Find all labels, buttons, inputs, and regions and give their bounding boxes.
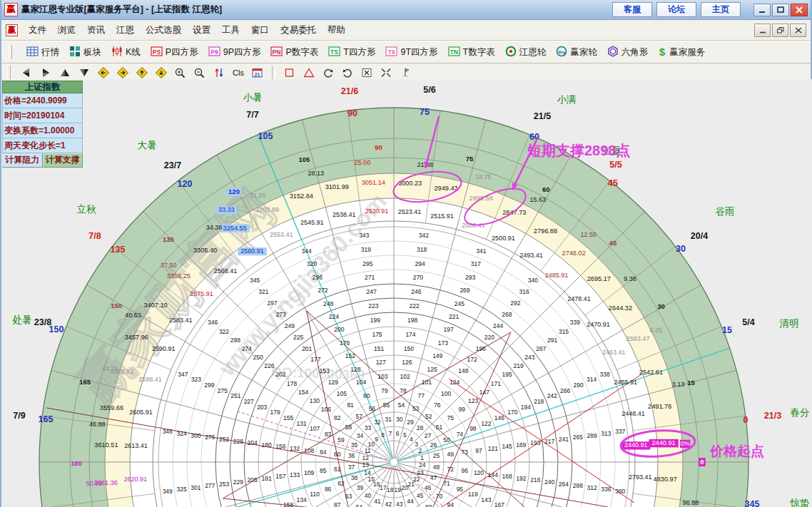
- toolbar-button-9[interactable]: 江恩轮: [505, 46, 547, 59]
- tri-down-icon[interactable]: [76, 66, 92, 80]
- svg-text:250: 250: [253, 354, 263, 361]
- toolbar-button-3[interactable]: PSP四方形: [151, 46, 198, 59]
- collapse-icon[interactable]: [378, 66, 394, 80]
- chart-area[interactable]: 赢家财富网www.yingjia360.comQQ:10080036012345…: [1, 79, 812, 507]
- svg-text:34: 34: [357, 432, 364, 439]
- svg-text:204: 204: [248, 439, 258, 446]
- svg-text:小满: 小满: [557, 94, 577, 105]
- svg-text:133: 133: [290, 471, 300, 478]
- menu-item-2[interactable]: 资讯: [81, 22, 111, 39]
- zoom-in-icon[interactable]: [173, 66, 188, 80]
- menu-item-3[interactable]: 江恩: [111, 22, 140, 39]
- svg-text:37.50: 37.50: [161, 262, 177, 269]
- svg-text:274: 274: [242, 345, 252, 352]
- 六角形-icon: [607, 46, 619, 59]
- toolbar-button-label: P数字表: [285, 46, 318, 58]
- toolbar-button-5[interactable]: PNP数字表: [270, 46, 318, 59]
- svg-text:267: 267: [536, 345, 546, 352]
- calendar-icon[interactable]: 21: [250, 66, 265, 80]
- svg-text:98: 98: [470, 425, 477, 432]
- svg-text:299: 299: [204, 381, 214, 389]
- calc-resistance-button[interactable]: 计算阻力: [2, 153, 43, 168]
- menu-item-4[interactable]: 公式选股: [140, 22, 187, 39]
- svg-text:60: 60: [542, 185, 550, 193]
- toolbar-button-4[interactable]: P99P四方形: [208, 46, 261, 59]
- svg-text:23/8: 23/8: [34, 317, 51, 327]
- svg-text:266: 266: [560, 387, 570, 394]
- svg-text:30: 30: [657, 302, 665, 310]
- svg-text:PN: PN: [273, 48, 281, 55]
- toolbar-button-12[interactable]: $赢家服务: [658, 46, 705, 59]
- tri-up-icon[interactable]: [57, 66, 73, 80]
- svg-text:2463.41: 2463.41: [602, 349, 626, 356]
- diamond-up-icon[interactable]: [134, 66, 150, 80]
- menu-item-5[interactable]: 设置: [187, 22, 216, 39]
- mdi-restore-button[interactable]: [772, 24, 788, 37]
- gann-wheel[interactable]: 赢家财富网www.yingjia360.comQQ:10080036012345…: [1, 79, 812, 507]
- toolbar-button-1[interactable]: 板块: [69, 46, 101, 59]
- svg-text:25: 25: [433, 452, 440, 459]
- toolbar-button-6[interactable]: TST四方形: [328, 46, 375, 59]
- svg-text:2575.91: 2575.91: [190, 290, 213, 297]
- calc-support-button[interactable]: 计算支撑: [43, 153, 83, 168]
- svg-text:69: 69: [425, 503, 432, 507]
- square-icon[interactable]: [282, 66, 298, 80]
- close-button[interactable]: [791, 4, 808, 16]
- mdi-minimize-button[interactable]: [754, 24, 771, 37]
- svg-text:春分: 春分: [791, 407, 810, 418]
- toolbar-button-8[interactable]: TNT数字表: [448, 46, 495, 59]
- svg-text:5/6: 5/6: [423, 85, 435, 95]
- mdi-close-button[interactable]: [790, 24, 806, 37]
- svg-text:47: 47: [430, 474, 437, 481]
- svg-text:170: 170: [507, 409, 517, 416]
- svg-text:处暑: 处暑: [13, 314, 32, 325]
- diamond-left-icon[interactable]: [96, 66, 111, 80]
- svg-text:246: 246: [411, 288, 421, 295]
- title-button-0[interactable]: 客服: [612, 2, 652, 17]
- menu-item-8[interactable]: 交易委托: [275, 22, 322, 39]
- triangle-icon[interactable]: [301, 66, 317, 80]
- svg-text:46: 46: [425, 484, 432, 491]
- menu-item-9[interactable]: 帮助: [322, 22, 351, 39]
- svg-text:180: 180: [261, 441, 271, 449]
- svg-text:222: 222: [410, 302, 420, 309]
- svg-text:218: 218: [534, 398, 544, 405]
- svg-text:Cls: Cls: [233, 68, 244, 77]
- title-button-2[interactable]: 主页: [701, 2, 741, 17]
- tri-right-icon[interactable]: [38, 66, 54, 80]
- menu-item-6[interactable]: 工具: [216, 22, 245, 39]
- svg-text:54: 54: [398, 401, 405, 409]
- boxed-x-icon[interactable]: [359, 66, 375, 80]
- toolbar-button-0[interactable]: 行情: [26, 46, 59, 59]
- svg-text:9.38: 9.38: [624, 275, 636, 282]
- maximize-button[interactable]: [772, 4, 789, 16]
- minimize-button[interactable]: [753, 4, 771, 16]
- menu-item-7[interactable]: 窗口: [245, 22, 275, 39]
- toolbar-button-11[interactable]: 六角形: [607, 46, 649, 59]
- svg-text:150: 150: [404, 345, 414, 352]
- toolbar-button-2[interactable]: K线: [111, 46, 141, 59]
- diamond-right-icon[interactable]: [115, 66, 131, 80]
- zoom-out-icon[interactable]: [192, 66, 208, 80]
- menu-item-0[interactable]: 文件: [23, 22, 52, 39]
- axis-icon[interactable]: [211, 66, 227, 80]
- svg-text:2793.41: 2793.41: [629, 473, 652, 481]
- svg-text:77: 77: [418, 392, 425, 399]
- panel-row-2: 变换系数=1.00000: [2, 123, 83, 138]
- toolbar-button-10[interactable]: Big赢家轮: [556, 46, 597, 59]
- svg-text:110: 110: [310, 491, 320, 498]
- pin-icon[interactable]: [397, 66, 413, 80]
- toolbar-button-7[interactable]: T99T四方形: [385, 46, 437, 59]
- svg-text:36: 36: [348, 452, 355, 459]
- tri-left-icon[interactable]: [19, 66, 34, 80]
- svg-text:2695.17: 2695.17: [587, 275, 611, 282]
- cls-icon[interactable]: Cls: [230, 66, 246, 80]
- svg-text:2620.91: 2620.91: [123, 476, 147, 483]
- rot-cw-icon[interactable]: [340, 66, 355, 80]
- menu-item-1[interactable]: 浏览: [52, 22, 81, 39]
- svg-text:244: 244: [493, 322, 503, 329]
- diamond-down-icon[interactable]: [153, 66, 169, 80]
- rot-ccw-icon[interactable]: [320, 66, 336, 80]
- title-button-1[interactable]: 论坛: [656, 2, 696, 17]
- svg-text:2440.91: 2440.91: [624, 441, 648, 449]
